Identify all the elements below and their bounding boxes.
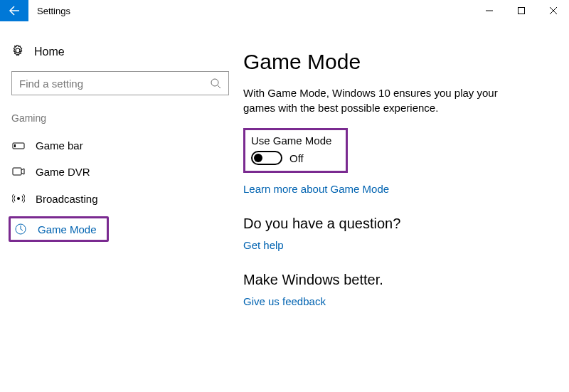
- dvr-icon: [11, 167, 26, 177]
- gamebar-icon: [11, 141, 26, 151]
- nav-game-mode[interactable]: Game Mode: [11, 220, 97, 238]
- sidebar: Home Gaming Game bar Game DVR Br: [0, 21, 235, 392]
- svg-point-1: [211, 79, 218, 86]
- home-label: Home: [34, 46, 65, 58]
- search-input[interactable]: [11, 71, 229, 95]
- svg-rect-4: [13, 168, 21, 175]
- learn-more-link[interactable]: Learn more about Game Mode: [243, 183, 389, 195]
- gamemode-icon: [14, 223, 28, 235]
- home-nav[interactable]: Home: [7, 41, 228, 71]
- question-heading: Do you have a question?: [243, 216, 541, 232]
- search-field[interactable]: [19, 78, 210, 90]
- back-button[interactable]: [0, 0, 28, 21]
- toggle-label: Use Game Mode: [251, 134, 331, 147]
- close-icon: [550, 7, 557, 14]
- close-button[interactable]: [537, 0, 569, 21]
- minimize-icon: [486, 7, 493, 14]
- feedback-heading: Make Windows better.: [243, 272, 541, 288]
- window-title: Settings: [28, 0, 70, 21]
- maximize-icon: [518, 7, 525, 14]
- content-pane: Game Mode With Game Mode, Windows 10 ens…: [235, 21, 569, 392]
- nav-label: Game bar: [36, 139, 83, 152]
- svg-point-5: [17, 197, 20, 200]
- feedback-link[interactable]: Give us feedback: [243, 295, 326, 307]
- maximize-button[interactable]: [505, 0, 537, 21]
- nav-broadcasting[interactable]: Broadcasting: [7, 185, 228, 212]
- section-label: Gaming: [7, 112, 228, 132]
- nav-game-dvr[interactable]: Game DVR: [7, 159, 228, 185]
- title-bar: Settings: [0, 0, 569, 21]
- nav-label: Broadcasting: [36, 193, 98, 205]
- nav-label: Game DVR: [36, 166, 90, 178]
- gear-icon: [11, 44, 24, 60]
- toggle-state: Off: [289, 152, 304, 164]
- broadcast-icon: [11, 192, 26, 205]
- page-heading: Game Mode: [243, 50, 541, 74]
- arrow-left-icon: [9, 5, 20, 16]
- nav-label: Game Mode: [38, 223, 97, 235]
- get-help-link[interactable]: Get help: [243, 239, 284, 251]
- nav-game-bar[interactable]: Game bar: [7, 132, 228, 159]
- svg-rect-3: [14, 144, 16, 147]
- toggle-knob: [254, 154, 262, 162]
- svg-rect-0: [518, 8, 524, 14]
- page-description: With Game Mode, Windows 10 ensures you p…: [243, 85, 514, 115]
- search-icon: [210, 78, 221, 89]
- minimize-button[interactable]: [473, 0, 505, 21]
- game-mode-toggle-group: Use Game Mode Off: [243, 128, 348, 173]
- game-mode-toggle[interactable]: [251, 151, 282, 165]
